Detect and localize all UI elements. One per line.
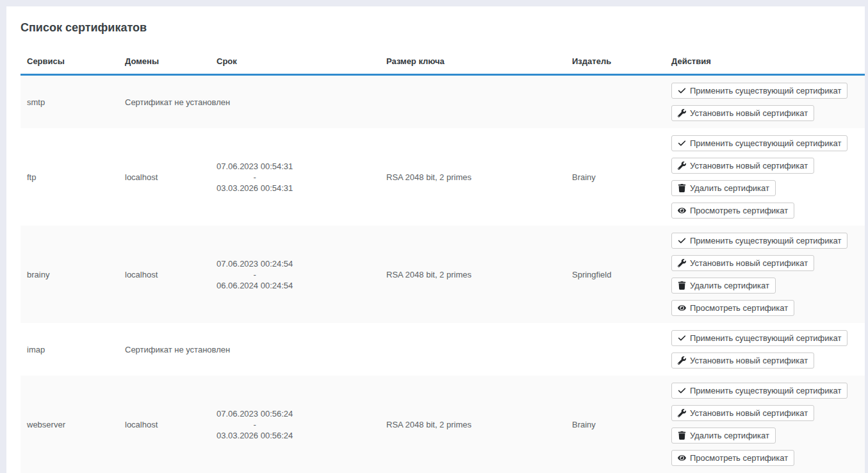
issuer-name: Brainy: [566, 128, 665, 226]
service-name: smtp: [20, 75, 119, 129]
apply-existing-certificate-button[interactable]: Применить существующий сертификат: [671, 383, 848, 399]
col-header-actions: Действия: [665, 56, 865, 75]
wrench-icon: [678, 356, 686, 365]
domain-name: localhost: [119, 226, 210, 323]
install-new-certificate-button[interactable]: Установить новый сертификат: [671, 105, 814, 121]
trash-icon: [678, 184, 686, 192]
wrench-icon: [678, 162, 686, 170]
key-size: RSA 2048 bit, 2 primes: [380, 226, 566, 323]
service-name: ftp: [20, 128, 119, 226]
apply-existing-certificate-button[interactable]: Применить существующий сертификат: [671, 233, 848, 249]
service-name: webserver: [20, 376, 119, 473]
button-label: Удалить сертификат: [690, 431, 769, 440]
valid-from-date: 07.06.2023 00:24:54: [217, 258, 293, 269]
install-new-certificate-button[interactable]: Установить новый сертификат: [671, 353, 814, 369]
actions-cell: Применить существующий сертификат Устано…: [665, 128, 865, 226]
table-header-row: Сервисы Домены Срок Размер ключа Издател…: [20, 56, 865, 75]
col-header-term: Срок: [210, 56, 380, 75]
wrench-icon: [678, 409, 686, 417]
trash-icon: [678, 281, 686, 290]
button-label: Удалить сертификат: [690, 183, 769, 193]
button-line: Применить существующий сертификат: [671, 83, 858, 99]
apply-existing-certificate-button[interactable]: Применить существующий сертификат: [671, 83, 848, 99]
button-label: Установить новый сертификат: [690, 408, 808, 418]
button-label: Установить новый сертификат: [690, 258, 808, 268]
apply-existing-certificate-button[interactable]: Применить существующий сертификат: [671, 135, 848, 151]
install-new-certificate-button[interactable]: Установить новый сертификат: [671, 255, 814, 271]
date-separator: -: [217, 172, 293, 183]
button-label: Применить существующий сертификат: [690, 138, 841, 148]
actions-cell: Применить существующий сертификат Устано…: [665, 75, 865, 129]
button-line: Просмотреть сертификат: [671, 300, 858, 316]
button-label: Просмотреть сертификат: [690, 453, 788, 463]
validity-period: 07.06.2023 00:24:54 - 06.06.2024 00:24:5…: [217, 258, 293, 291]
service-name: brainy: [20, 226, 119, 323]
button-line: Просмотреть сертификат: [671, 203, 858, 219]
button-label: Установить новый сертификат: [690, 108, 808, 118]
view-certificate-button[interactable]: Просмотреть сертификат: [671, 450, 794, 466]
actions-cell: Применить существующий сертификат Устано…: [665, 376, 865, 473]
service-name: imap: [20, 323, 119, 376]
valid-to-date: 03.03.2026 00:54:31: [217, 183, 293, 194]
check-icon: [678, 334, 686, 342]
col-header-domains: Домены: [119, 56, 210, 75]
date-separator: -: [217, 269, 293, 280]
cert-status: Сертификат не установлен: [119, 323, 210, 376]
button-label: Удалить сертификат: [690, 281, 769, 290]
button-label: Применить существующий сертификат: [690, 386, 841, 395]
valid-to-date: 03.03.2026 00:56:24: [217, 430, 293, 441]
check-icon: [678, 236, 686, 245]
wrench-icon: [678, 259, 686, 267]
col-header-issuer: Издатель: [566, 56, 665, 75]
button-label: Установить новый сертификат: [690, 161, 808, 170]
col-header-key-size: Размер ключа: [380, 56, 566, 75]
button-line: Просмотреть сертификат: [671, 450, 858, 466]
eye-icon: [678, 304, 686, 312]
col-header-services: Сервисы: [20, 56, 119, 75]
term-cell: [210, 323, 380, 376]
actions-cell: Применить существующий сертификат Устано…: [665, 323, 865, 376]
button-line: Удалить сертификат: [671, 278, 858, 294]
check-icon: [678, 386, 686, 395]
install-new-certificate-button[interactable]: Установить новый сертификат: [671, 158, 814, 174]
check-icon: [678, 87, 686, 95]
button-label: Установить новый сертификат: [690, 356, 808, 365]
button-line: Удалить сертификат: [671, 180, 858, 196]
view-certificate-button[interactable]: Просмотреть сертификат: [671, 300, 794, 316]
issuer-cell: [566, 323, 665, 376]
button-line: Удалить сертификат: [671, 427, 858, 444]
button-line: Установить новый сертификат: [671, 405, 858, 421]
term-cell: 07.06.2023 00:54:31 - 03.03.2026 00:54:3…: [210, 128, 380, 226]
button-line: Применить существующий сертификат: [671, 233, 858, 249]
check-icon: [678, 139, 686, 147]
key-size: RSA 2048 bit, 2 primes: [380, 376, 566, 473]
cert-status: Сертификат не установлен: [119, 75, 210, 129]
install-new-certificate-button[interactable]: Установить новый сертификат: [671, 405, 814, 421]
eye-icon: [678, 454, 686, 462]
validity-period: 07.06.2023 00:54:31 - 03.03.2026 00:54:3…: [217, 161, 293, 194]
eye-icon: [678, 206, 686, 215]
button-label: Просмотреть сертификат: [690, 303, 788, 313]
valid-from-date: 07.06.2023 00:54:31: [217, 161, 293, 172]
button-label: Просмотреть сертификат: [690, 206, 788, 215]
view-certificate-button[interactable]: Просмотреть сертификат: [671, 203, 794, 219]
term-cell: 07.06.2023 00:24:54 - 06.06.2024 00:24:5…: [210, 226, 380, 323]
valid-from-date: 07.06.2023 00:56:24: [217, 408, 293, 419]
apply-existing-certificate-button[interactable]: Применить существующий сертификат: [671, 330, 848, 346]
actions-cell: Применить существующий сертификат Устано…: [665, 226, 865, 323]
table-row-ftp: ftp localhost 07.06.2023 00:54:31 - 03.0…: [20, 128, 865, 226]
issuer-name: Springfield: [566, 226, 665, 323]
term-cell: [210, 75, 380, 129]
key-size: RSA 2048 bit, 2 primes: [380, 128, 566, 226]
table-row-webserver: webserver localhost 07.06.2023 00:56:24 …: [20, 376, 865, 473]
delete-certificate-button[interactable]: Удалить сертификат: [671, 278, 776, 294]
page-title: Список сертификатов: [20, 21, 865, 34]
button-line: Установить новый сертификат: [671, 158, 858, 174]
button-line: Установить новый сертификат: [671, 255, 858, 271]
certificates-panel: Список сертификатов Сервисы Домены Срок …: [6, 6, 865, 473]
wrench-icon: [678, 109, 686, 117]
delete-certificate-button[interactable]: Удалить сертификат: [671, 180, 776, 196]
certificates-table: Сервисы Домены Срок Размер ключа Издател…: [20, 56, 865, 473]
table-row-smtp: smtp Сертификат не установлен Применить …: [20, 75, 865, 129]
delete-certificate-button[interactable]: Удалить сертификат: [671, 427, 776, 444]
